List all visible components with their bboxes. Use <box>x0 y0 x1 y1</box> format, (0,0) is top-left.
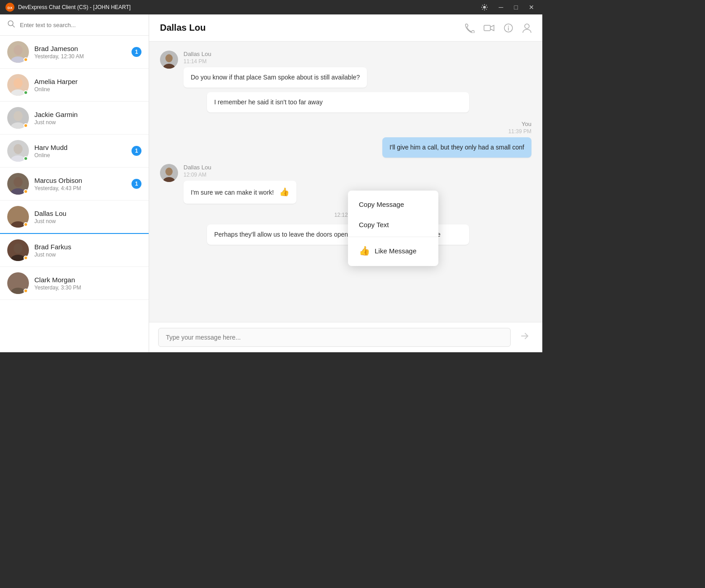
app-container: Brad Jameson Yesterday, 12:30 AM 1 Ameli… <box>0 14 542 352</box>
contact-name: Amelia Harper <box>34 78 141 85</box>
unread-badge: 1 <box>132 179 141 189</box>
contact-info: Dallas Lou Just now <box>34 210 141 224</box>
contact-item-marcus-orbison[interactable]: Marcus Orbison Yesterday, 4:43 PM 1 <box>0 168 149 201</box>
context-menu-divider <box>348 237 438 237</box>
context-menu-copy-message[interactable]: Copy Message <box>348 194 438 215</box>
message-group-2: Dallas Lou 12:09 AM I'm sure we can make… <box>160 164 531 204</box>
chat-contact-name: Dallas Lou <box>160 23 465 33</box>
svg-point-17 <box>14 111 23 121</box>
contact-name: Brad Farkus <box>34 243 141 251</box>
contact-info: Brad Jameson Yesterday, 12:30 AM <box>34 45 126 60</box>
contact-info: Amelia Harper Online <box>34 78 141 93</box>
message-sender-self: You <box>522 121 531 127</box>
maximize-button[interactable]: □ <box>512 3 521 12</box>
message-bubble-self: I'll give him a call, but they only had … <box>382 137 531 158</box>
svg-point-15 <box>14 78 23 88</box>
contact-item-dallas-lou[interactable]: Dallas Lou Just now <box>0 201 149 234</box>
context-menu-copy-text[interactable]: Copy Text <box>348 215 438 235</box>
close-button[interactable]: ✕ <box>526 3 537 12</box>
avatar-wrap <box>7 41 29 63</box>
avatar-wrap <box>7 107 29 129</box>
status-dot <box>24 222 28 227</box>
copy-text-label: Copy Text <box>359 221 389 229</box>
contact-status: Just now <box>34 218 141 224</box>
svg-point-13 <box>14 45 23 55</box>
status-dot <box>24 289 28 293</box>
contact-list: Brad Jameson Yesterday, 12:30 AM 1 Ameli… <box>0 36 149 352</box>
status-dot <box>24 256 28 260</box>
message-group-1: Dallas Lou 11:14 PM Do you know if that … <box>160 51 531 88</box>
contact-status: Yesterday, 3:30 PM <box>34 285 141 291</box>
svg-point-25 <box>14 243 23 253</box>
minimize-button[interactable]: ─ <box>496 3 506 12</box>
theme-toggle-button[interactable] <box>478 3 491 12</box>
status-dot <box>24 123 28 128</box>
message-bubble: Do you know if that place Sam spoke abou… <box>183 67 367 88</box>
svg-line-7 <box>482 5 483 5</box>
svg-point-19 <box>14 144 23 154</box>
context-menu-like-message[interactable]: 👍 Like Message <box>348 239 438 262</box>
svg-line-12 <box>13 25 15 28</box>
status-dot <box>24 57 28 62</box>
contact-item-harv-mudd[interactable]: Harv Mudd Online 1 <box>0 135 149 168</box>
unread-badge: 1 <box>132 47 141 57</box>
contact-name: Marcus Orbison <box>34 177 126 184</box>
message-input-area <box>149 322 542 352</box>
titlebar: DX DevExpress Chat Client (CS) - [JOHN H… <box>0 0 542 14</box>
copy-message-label: Copy Message <box>359 201 404 208</box>
svg-point-2 <box>483 6 486 9</box>
svg-line-10 <box>482 9 483 9</box>
like-menu-icon: 👍 <box>359 245 370 256</box>
avatar-wrap <box>7 239 29 261</box>
message-meta-group: Dallas Lou 12:09 AM I'm sure we can make… <box>183 164 296 204</box>
message-meta-group: Dallas Lou 11:14 PM Do you know if that … <box>183 51 367 88</box>
contact-item-clark-morgan[interactable]: Clark Morgan Yesterday, 3:30 PM <box>0 267 149 300</box>
contact-status: Online <box>34 152 126 159</box>
sidebar: Brad Jameson Yesterday, 12:30 AM 1 Ameli… <box>0 14 149 352</box>
chat-header: Dallas Lou <box>149 14 542 42</box>
search-input[interactable] <box>20 22 141 28</box>
contact-name: Clark Morgan <box>34 276 141 284</box>
avatar-wrap <box>7 173 29 195</box>
message-list: Dallas Lou 11:14 PM Do you know if that … <box>149 42 542 322</box>
svg-point-32 <box>508 26 509 27</box>
like-message-label: Like Message <box>375 247 417 255</box>
message-time-self: 11:39 PM <box>508 128 531 135</box>
contact-info: Jackie Garmin Just now <box>34 111 141 126</box>
window-controls: ─ □ ✕ <box>478 3 537 12</box>
contact-item-amelia-harper[interactable]: Amelia Harper Online <box>0 69 149 102</box>
contact-item-jackie-garmin[interactable]: Jackie Garmin Just now <box>0 102 149 135</box>
status-dot <box>24 90 28 95</box>
status-dot <box>24 156 28 161</box>
send-button[interactable] <box>516 329 533 345</box>
message-avatar <box>160 164 178 182</box>
svg-line-8 <box>486 9 486 9</box>
contact-item-brad-farkus[interactable]: Brad Farkus Just now <box>0 234 149 267</box>
svg-point-37 <box>163 177 175 182</box>
contact-status: Just now <box>34 119 141 126</box>
svg-point-21 <box>14 177 23 187</box>
message-sender-name: Dallas Lou <box>183 51 367 57</box>
contact-status: Online <box>34 86 141 93</box>
svg-point-33 <box>525 24 529 28</box>
svg-line-9 <box>486 5 486 5</box>
contact-status: Yesterday, 12:30 AM <box>34 53 126 60</box>
contact-item-brad-jameson[interactable]: Brad Jameson Yesterday, 12:30 AM 1 <box>0 36 149 69</box>
contact-status: Just now <box>34 252 141 258</box>
svg-point-34 <box>165 54 173 62</box>
message-input[interactable] <box>158 328 511 347</box>
call-icon[interactable] <box>465 23 475 33</box>
avatar-wrap <box>7 272 29 294</box>
svg-point-23 <box>14 210 23 220</box>
chat-area: Dallas Lou <box>149 14 542 352</box>
window-title: DevExpress Chat Client (CS) - [JOHN HEAR… <box>18 4 478 10</box>
info-icon[interactable] <box>503 23 513 33</box>
contact-info: Harv Mudd Online <box>34 144 126 159</box>
contact-status: Yesterday, 4:43 PM <box>34 185 126 191</box>
profile-icon[interactable] <box>522 23 531 33</box>
context-menu: Copy Message Copy Text 👍 Like Message <box>348 191 438 266</box>
svg-point-35 <box>163 64 175 69</box>
video-icon[interactable] <box>484 24 494 32</box>
avatar-wrap <box>7 206 29 228</box>
time-separator: 12:12 AM <box>160 212 531 218</box>
